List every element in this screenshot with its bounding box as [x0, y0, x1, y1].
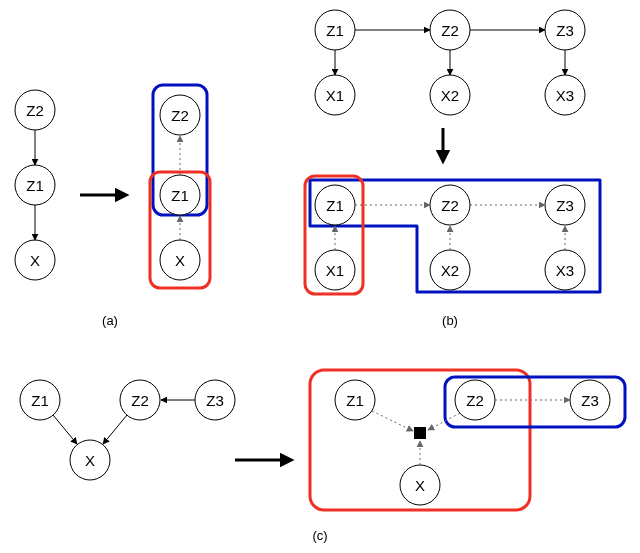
svg-line-48: [372, 411, 413, 431]
panel-a-caption: (a): [102, 313, 118, 328]
panel-a: Z2 Z1 X Z2 Z1 X (a): [15, 85, 210, 328]
panel-a-right: Z2 Z1 X: [150, 85, 210, 288]
panel-c-caption: (c): [312, 528, 327, 543]
node-label: Z1: [346, 392, 364, 409]
factor-node: [414, 427, 426, 439]
node-label: Z2: [26, 102, 44, 119]
panel-b-bottom: Z1 Z2 Z3 X1 X2 X3: [305, 176, 600, 294]
node-label: Z1: [26, 177, 44, 194]
node-label: X: [85, 452, 95, 469]
node-label: Z1: [326, 22, 344, 39]
node-label: Z3: [556, 22, 574, 39]
node-label: Z2: [441, 197, 459, 214]
node-label: X: [30, 252, 40, 269]
diagram-svg: Z2 Z1 X Z2 Z1 X (a): [0, 0, 640, 553]
node-label: Z2: [441, 22, 459, 39]
node-label: X3: [556, 262, 574, 279]
node-label: X: [175, 252, 185, 269]
node-label: X: [415, 477, 425, 494]
node-label: X2: [441, 87, 459, 104]
node-label: Z1: [326, 197, 344, 214]
node-label: X1: [326, 262, 344, 279]
panel-b: Z1 Z2 Z3 X1 X2 X3: [305, 10, 600, 328]
node-label: X1: [326, 87, 344, 104]
node-label: Z3: [581, 392, 599, 409]
panel-c: Z1 Z2 Z3 X Z1 Z2 Z3: [20, 370, 625, 543]
node-label: X2: [441, 262, 459, 279]
panel-a-left: Z2 Z1 X: [15, 90, 55, 280]
node-label: Z2: [171, 107, 189, 124]
node-label: Z1: [171, 187, 189, 204]
panel-c-left: Z1 Z2 Z3 X: [20, 380, 235, 480]
node-label: Z2: [466, 392, 484, 409]
panel-b-top: Z1 Z2 Z3 X1 X2 X3: [315, 10, 585, 115]
node-label: Z3: [556, 197, 574, 214]
node-label: Z1: [31, 392, 49, 409]
svg-line-39: [53, 415, 77, 444]
svg-line-40: [103, 415, 127, 444]
panel-c-right: Z1 Z2 Z3 X: [310, 370, 625, 510]
node-label: X3: [556, 87, 574, 104]
node-label: Z2: [131, 392, 149, 409]
panel-b-caption: (b): [442, 313, 458, 328]
node-label: Z3: [206, 392, 224, 409]
